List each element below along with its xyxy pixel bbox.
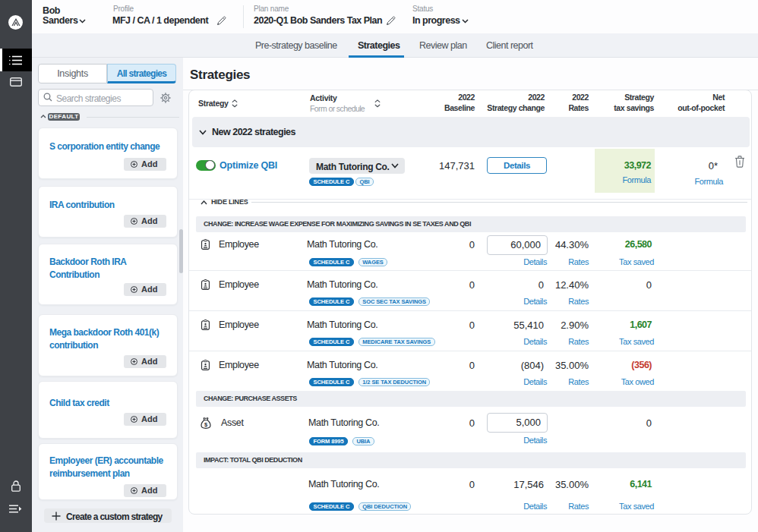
svg-text:$: $ (204, 421, 208, 428)
